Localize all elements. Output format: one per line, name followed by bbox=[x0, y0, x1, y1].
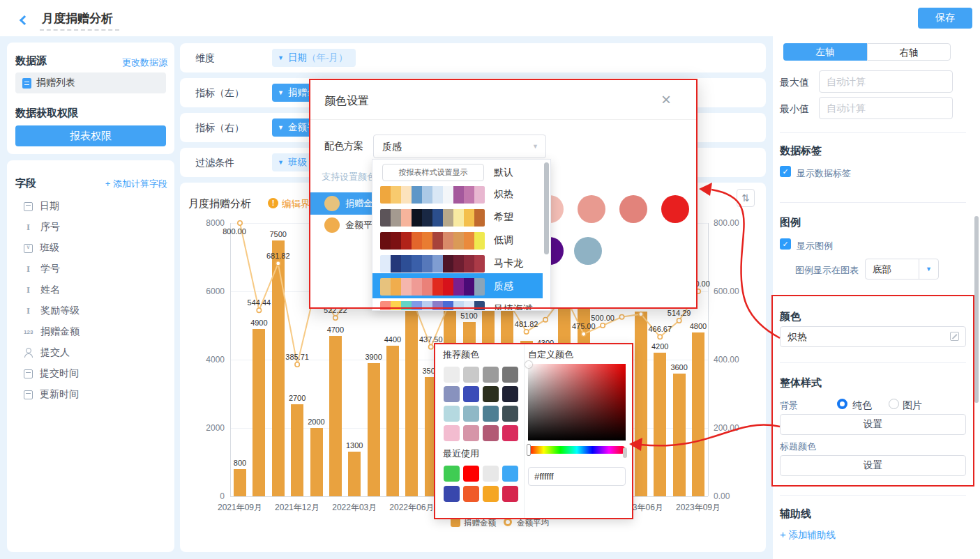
hue-slider[interactable] bbox=[528, 446, 626, 454]
save-button[interactable]: 保存 bbox=[918, 8, 972, 29]
palette-color bbox=[422, 255, 432, 273]
scheme-palette-炽热[interactable] bbox=[380, 186, 485, 204]
dimension-tag[interactable]: ▼日期（年-月） bbox=[272, 49, 356, 67]
report-permission-button[interactable]: 报表权限 bbox=[15, 125, 166, 146]
recent-color[interactable] bbox=[444, 466, 460, 482]
scheme-palette-风情海滩[interactable] bbox=[380, 301, 485, 311]
field-item-捐赠金额[interactable]: 捐赠金额 bbox=[24, 325, 80, 339]
legend-position-select[interactable]: 底部 ▼ bbox=[865, 259, 939, 280]
palette-color bbox=[432, 186, 443, 204]
datasource-item[interactable]: 捐赠列表 bbox=[15, 72, 166, 93]
recommended-color[interactable] bbox=[502, 367, 518, 383]
saturation-gradient[interactable] bbox=[528, 364, 626, 441]
palette-color bbox=[401, 186, 412, 204]
scheme-option-质感[interactable]: 质感 bbox=[494, 280, 513, 293]
palette-color bbox=[453, 186, 464, 204]
scheme-palette-马卡龙[interactable] bbox=[380, 255, 485, 273]
field-item-学号[interactable]: 学号 bbox=[24, 262, 60, 276]
scheme-option-希望[interactable]: 希望 bbox=[494, 211, 513, 224]
dialog-series-捐赠金额[interactable]: 捐赠金额 bbox=[310, 192, 379, 215]
title-color-set-button[interactable]: 设置 bbox=[780, 455, 966, 476]
add-calc-field-link[interactable]: + 添加计算字段 bbox=[70, 178, 167, 190]
recommended-color[interactable] bbox=[483, 406, 499, 422]
picker-scroll-handle[interactable] bbox=[623, 447, 627, 458]
warning-icon: ! bbox=[268, 198, 278, 208]
metric-left-label: 指标（左） bbox=[195, 87, 244, 100]
sort-icon[interactable]: ⇅ bbox=[737, 189, 755, 207]
datalabel-checkbox[interactable]: ✓ bbox=[780, 166, 791, 177]
recommended-color[interactable] bbox=[463, 406, 479, 422]
field-item-班级[interactable]: 班级 bbox=[24, 241, 59, 255]
recommended-color[interactable] bbox=[502, 386, 518, 402]
scheme-palette-低调[interactable] bbox=[380, 232, 485, 250]
recent-color[interactable] bbox=[483, 486, 499, 502]
hue-slider-handle[interactable] bbox=[527, 444, 531, 456]
recommended-color[interactable] bbox=[483, 367, 499, 383]
series-color-dot[interactable] bbox=[324, 217, 340, 233]
field-item-姓名[interactable]: 姓名 bbox=[24, 283, 60, 297]
recommended-color[interactable] bbox=[463, 386, 479, 402]
dropdown-scrollbar[interactable] bbox=[544, 162, 549, 254]
recommended-color[interactable] bbox=[444, 386, 460, 402]
palette-color bbox=[453, 209, 464, 227]
hex-color-input[interactable] bbox=[528, 467, 626, 486]
legend-checkbox[interactable]: ✓ bbox=[780, 238, 791, 250]
tab-left-axis[interactable]: 左轴 bbox=[783, 43, 867, 61]
recommended-color[interactable] bbox=[444, 425, 460, 441]
recent-color[interactable] bbox=[502, 486, 518, 502]
recommended-color[interactable] bbox=[483, 425, 499, 441]
panel-scrollbar[interactable] bbox=[974, 216, 979, 403]
scheme-option-风情海滩[interactable]: 风情海滩 bbox=[494, 303, 533, 311]
recommended-color[interactable] bbox=[463, 367, 479, 383]
field-item-提交人[interactable]: 提交人 bbox=[24, 346, 70, 360]
preview-circle[interactable] bbox=[578, 195, 605, 223]
change-datasource-link[interactable]: 更改数据源 bbox=[82, 56, 167, 69]
recommended-color[interactable] bbox=[502, 425, 518, 441]
preview-circle[interactable] bbox=[574, 237, 602, 265]
recent-color[interactable] bbox=[502, 466, 518, 482]
field-item-日期[interactable]: 日期 bbox=[24, 199, 59, 213]
tab-right-axis[interactable]: 右轴 bbox=[867, 43, 951, 61]
scheme-option-炽热[interactable]: 炽热 bbox=[494, 188, 513, 201]
recommended-color[interactable] bbox=[444, 406, 460, 422]
recommended-color[interactable] bbox=[483, 386, 499, 402]
report-style-button[interactable]: 按报表样式设置显示 bbox=[382, 164, 484, 181]
field-item-提交时间[interactable]: 提交时间 bbox=[24, 367, 79, 381]
scheme-option-马卡龙[interactable]: 马卡龙 bbox=[494, 257, 523, 270]
recommended-color[interactable] bbox=[463, 425, 479, 441]
radio-image[interactable] bbox=[889, 399, 899, 409]
preview-circle[interactable] bbox=[619, 195, 647, 223]
recommended-color[interactable] bbox=[502, 406, 518, 422]
field-item-序号[interactable]: 序号 bbox=[24, 220, 60, 234]
max-value-input[interactable] bbox=[819, 70, 953, 93]
scheme-palette-质感[interactable] bbox=[380, 278, 485, 296]
preview-circle[interactable] bbox=[661, 195, 689, 223]
scheme-palette-希望[interactable] bbox=[380, 209, 485, 227]
field-item-更新时间[interactable]: 更新时间 bbox=[24, 388, 79, 401]
min-value-input[interactable] bbox=[819, 97, 953, 119]
config-row-dimension: 维度 ▼日期（年-月） bbox=[180, 43, 766, 72]
radio-solid-color[interactable] bbox=[837, 399, 847, 409]
recommended-color[interactable] bbox=[444, 367, 460, 383]
edit-icon[interactable] bbox=[950, 332, 959, 341]
gradient-marker[interactable] bbox=[525, 361, 532, 368]
scheme-select[interactable]: 质感 ▼ bbox=[373, 135, 546, 158]
bg-set-button[interactable]: 设置 bbox=[780, 414, 966, 435]
add-guide-link[interactable]: + 添加辅助线 bbox=[780, 528, 836, 542]
recent-color[interactable] bbox=[444, 486, 460, 502]
datasource-card: 数据源 更改数据源 捐赠列表 数据获取权限 报表权限 bbox=[7, 43, 174, 154]
back-icon[interactable] bbox=[21, 14, 28, 26]
dialog-series-金额平均[interactable]: 金额平均 bbox=[310, 214, 379, 236]
color-heading: 颜色 bbox=[780, 310, 801, 323]
recent-color[interactable] bbox=[463, 466, 479, 482]
min-value-label: 最小值 bbox=[780, 103, 809, 116]
series-color-dot[interactable] bbox=[324, 196, 340, 211]
recent-color[interactable] bbox=[483, 466, 499, 482]
calendar-icon bbox=[24, 369, 33, 378]
close-icon[interactable]: × bbox=[661, 90, 671, 109]
scheme-option-低调[interactable]: 低调 bbox=[494, 234, 513, 247]
color-scheme-input[interactable]: 炽热 bbox=[780, 326, 966, 347]
field-item-奖励等级[interactable]: 奖励等级 bbox=[24, 304, 80, 318]
recent-color[interactable] bbox=[463, 486, 479, 502]
scheme-option-默认[interactable]: 默认 bbox=[494, 167, 513, 179]
